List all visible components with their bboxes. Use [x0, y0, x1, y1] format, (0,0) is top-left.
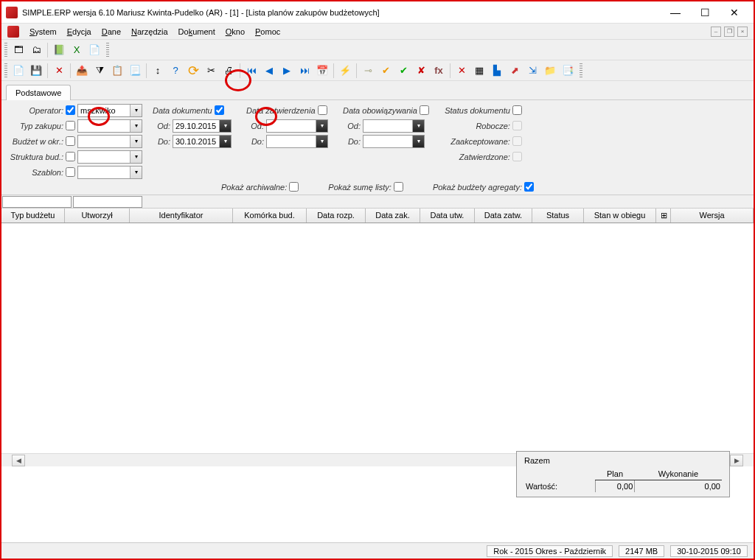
do-date-dropdown[interactable]: ▾ — [219, 136, 231, 147]
pokaz-sume-listy-checkbox[interactable] — [394, 182, 403, 192]
zaakceptowane-checkbox[interactable] — [512, 136, 522, 146]
data-dokumentu-checkbox[interactable] — [215, 105, 224, 115]
tb-link-icon[interactable]: ⬈ — [507, 63, 523, 79]
budzet-w-okr-dropdown[interactable]: ▾ — [130, 136, 142, 147]
tb-export-icon[interactable]: 📤 — [74, 63, 90, 79]
tb-grid-icon[interactable]: ▦ — [471, 63, 487, 79]
mdi-minimize[interactable]: – — [711, 27, 721, 37]
tb-doc-icon[interactable]: 📄 — [86, 42, 102, 58]
szablon-dropdown[interactable]: ▾ — [130, 167, 142, 178]
scroll-left-button[interactable]: ◀ — [12, 455, 25, 466]
tb-fx-icon[interactable]: fx — [431, 63, 447, 79]
zatw-do-dropdown[interactable]: ▾ — [316, 136, 327, 147]
szablon-input[interactable] — [78, 167, 130, 178]
budzet-w-okr-input[interactable] — [78, 136, 130, 147]
menu-dane[interactable]: Dane — [102, 27, 121, 36]
tb-key-icon[interactable]: ⊸ — [360, 63, 376, 79]
do-date-input[interactable] — [173, 136, 219, 147]
obow-od-dropdown[interactable]: ▾ — [412, 120, 424, 132]
col-status[interactable]: Status — [532, 209, 584, 223]
obow-do-dropdown[interactable]: ▾ — [412, 136, 424, 147]
col-wersja[interactable]: Wersja — [671, 209, 754, 223]
tb-new-icon[interactable]: 📄 — [10, 63, 27, 79]
tb-calendar-icon[interactable]: 📅 — [314, 63, 330, 79]
operator-input[interactable] — [78, 105, 130, 116]
tb-delete2-icon[interactable]: ✕ — [453, 63, 470, 79]
zatwierdzone-checkbox[interactable] — [512, 152, 522, 161]
menu-pomoc[interactable]: Pomoc — [255, 27, 280, 36]
budzet-w-okr-checkbox[interactable] — [66, 136, 75, 146]
obow-do-input[interactable] — [363, 136, 412, 147]
zatw-od-input[interactable] — [267, 120, 316, 132]
data-zatwierdzenia-checkbox[interactable] — [318, 105, 327, 115]
tb-refresh-icon[interactable]: ⟳ — [185, 63, 201, 79]
col-stan-w-obiegu[interactable]: Stan w obiegu — [584, 209, 656, 223]
mdi-restore[interactable]: ❐ — [724, 27, 734, 37]
tb-last-icon[interactable]: ⏭ — [296, 63, 313, 79]
status-dokumentu-checkbox[interactable] — [512, 105, 522, 115]
menu-edycja[interactable]: Edycja — [67, 27, 91, 36]
menu-okno[interactable]: Okno — [226, 27, 245, 36]
grid-filter-utworzyl[interactable] — [73, 196, 142, 208]
scroll-right-button[interactable]: ▶ — [730, 455, 743, 466]
zatw-do-input[interactable] — [267, 136, 316, 147]
tb-filter-icon[interactable]: ⧩ — [91, 63, 108, 79]
tb-save-icon[interactable]: 💾 — [28, 63, 44, 79]
col-identyfikator[interactable]: Identyfikator — [130, 209, 233, 223]
tb-list-icon[interactable]: 📋 — [109, 63, 125, 79]
tb-copy-icon[interactable]: 📑 — [560, 63, 576, 79]
tb-delete-icon[interactable]: ✕ — [51, 63, 67, 79]
mdi-close[interactable]: × — [737, 27, 748, 37]
col-data-zatw[interactable]: Data zatw. — [475, 209, 532, 223]
tb-prev-icon[interactable]: ◀ — [261, 63, 277, 79]
szablon-checkbox[interactable] — [66, 167, 75, 177]
col-data-utw[interactable]: Data utw. — [420, 209, 475, 223]
struktura-bud-checkbox[interactable] — [66, 152, 75, 161]
typ-zakupu-dropdown[interactable]: ▾ — [130, 120, 142, 132]
struktura-bud-input[interactable] — [78, 151, 130, 163]
operator-dropdown[interactable]: ▾ — [130, 105, 142, 116]
robocze-checkbox[interactable] — [512, 121, 522, 130]
menu-dokument[interactable]: Dokument — [178, 27, 215, 36]
typ-zakupu-input[interactable] — [78, 120, 130, 132]
tb-check-icon[interactable]: ✔ — [378, 63, 394, 79]
col-data-rozp[interactable]: Data rozp. — [307, 209, 366, 223]
tab-podstawowe[interactable]: Podstawowe — [6, 85, 71, 100]
operator-checkbox[interactable] — [66, 105, 75, 115]
tb-lightning-icon[interactable]: ⚡ — [337, 63, 353, 79]
od-date-input[interactable] — [173, 120, 219, 132]
pokaz-archiwalne-checkbox[interactable] — [289, 182, 299, 192]
menu-narzedzia[interactable]: Narzędzia — [131, 27, 168, 36]
struktura-bud-dropdown[interactable]: ▾ — [130, 151, 142, 163]
zatw-od-dropdown[interactable]: ▾ — [316, 120, 327, 132]
col-utworzyl[interactable]: Utworzył — [65, 209, 130, 223]
maximize-button[interactable]: ☐ — [690, 2, 720, 23]
tb-cut-icon[interactable]: ✂ — [203, 63, 219, 79]
col-icon[interactable]: ⊞ — [656, 209, 671, 223]
tb-excel-icon[interactable]: X — [69, 42, 85, 58]
tb-window-icon[interactable]: 🗔 — [10, 42, 27, 58]
tb-next-icon[interactable]: ▶ — [279, 63, 295, 79]
col-komorka-bud[interactable]: Komórka bud. — [233, 209, 307, 223]
tb-cancel-icon[interactable]: ✘ — [413, 63, 429, 79]
col-typ-budzetu[interactable]: Typ budżetu — [1, 209, 65, 223]
pokaz-budzety-agregaty-checkbox[interactable] — [524, 182, 534, 192]
grid-filter-typ-budzetu[interactable] — [2, 196, 72, 208]
obow-od-input[interactable] — [363, 120, 412, 132]
tb-book-icon[interactable]: 📗 — [51, 42, 67, 58]
tb-folder-icon[interactable]: 📁 — [542, 63, 558, 79]
close-button[interactable]: ✕ — [720, 2, 749, 23]
tb-chart-icon[interactable]: ▙ — [489, 63, 505, 79]
tb-first-icon[interactable]: ⏮ — [243, 63, 260, 79]
typ-zakupu-checkbox[interactable] — [66, 121, 75, 130]
tb-check2-icon[interactable]: ✔ — [395, 63, 411, 79]
od-date-dropdown[interactable]: ▾ — [219, 120, 231, 132]
menu-system[interactable]: System — [29, 27, 57, 36]
col-data-zak[interactable]: Data zak. — [366, 209, 420, 223]
tb-tree-icon[interactable]: 🗂 — [28, 42, 44, 58]
tb-help-icon[interactable]: ? — [167, 63, 184, 79]
tb-print-icon[interactable]: 🖨 — [220, 63, 237, 79]
tb-sort-icon[interactable]: ↕ — [150, 63, 166, 79]
tb-attach-icon[interactable]: ⇲ — [524, 63, 540, 79]
tb-page-icon[interactable]: 📃 — [127, 63, 143, 79]
